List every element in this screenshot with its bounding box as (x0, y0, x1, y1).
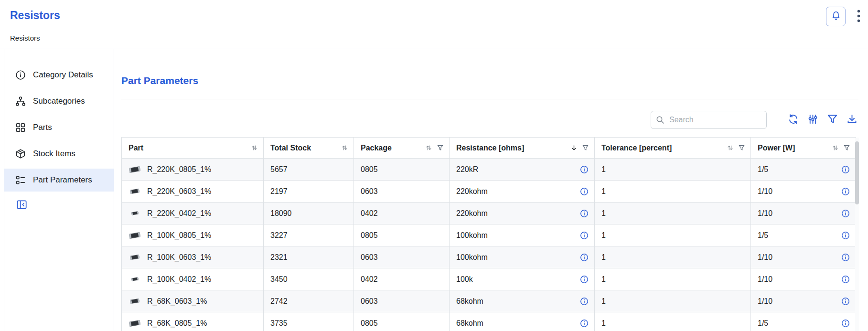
column-header-package[interactable]: Package (354, 138, 450, 159)
sidebar-item-stock-items[interactable]: Stock Items (4, 142, 114, 165)
page-title: Resistors (10, 10, 868, 21)
package-cell: 0603 (354, 290, 450, 312)
table-row[interactable]: R_220K_0402_1%180900402220kohm11/10 (122, 203, 856, 224)
refresh-button[interactable] (788, 114, 799, 126)
search-input[interactable] (651, 111, 767, 129)
sidebar-item-part-parameters[interactable]: Part Parameters (4, 169, 114, 192)
sidebar-item-parts[interactable]: Parts (4, 116, 114, 139)
column-filter-icon[interactable] (739, 145, 745, 151)
part-thumbnail (128, 210, 141, 216)
column-header-tolerance[interactable]: Tolerance [percent] (595, 138, 751, 159)
resistance-cell: 220kohm (450, 203, 595, 224)
table-row[interactable]: R_68K_0603_1%2742060368kohm11/10 (122, 290, 856, 312)
info-icon[interactable] (580, 231, 589, 240)
table-row[interactable]: R_100K_0805_1%32270805100kohm11/5 (122, 224, 856, 246)
column-header-power[interactable]: Power [W] (751, 138, 856, 159)
collapse-sidebar-button[interactable] (16, 199, 27, 212)
resistance-value: 100kohm (456, 253, 488, 262)
power-cell: 1/10 (751, 203, 856, 224)
column-label: Power [W] (758, 144, 832, 152)
part-cell[interactable]: R_68K_0603_1% (122, 290, 264, 312)
power-cell: 1/10 (751, 290, 856, 312)
download-icon (847, 114, 857, 126)
part-cell[interactable]: R_100K_0402_1% (122, 268, 264, 290)
part-cell[interactable]: R_220K_0402_1% (122, 203, 264, 224)
package-cell: 0805 (354, 159, 450, 181)
table-scrollbar[interactable] (855, 138, 859, 331)
sidebar-item-subcategories[interactable]: Subcategories (4, 90, 114, 113)
column-label: Package (361, 144, 426, 152)
content-panel: Part Parameters PartTotal StockPackageRe… (114, 49, 868, 331)
table-row[interactable]: R_220K_0805_1%56570805220kR11/5 (122, 159, 856, 181)
table-row[interactable]: R_220K_0603_1%21970603220kohm11/10 (122, 181, 856, 203)
info-icon[interactable] (580, 275, 589, 284)
power-cell: 1/10 (751, 268, 856, 290)
sort-icon[interactable] (342, 145, 348, 151)
scrollbar-thumb[interactable] (855, 141, 859, 204)
column-filter-icon[interactable] (437, 145, 443, 151)
resistance-cell: 220kR (450, 159, 595, 181)
info-icon[interactable] (841, 253, 850, 262)
download-button[interactable] (847, 114, 857, 126)
part-cell[interactable]: R_68K_0805_1% (122, 312, 264, 331)
info-icon[interactable] (841, 209, 850, 218)
notifications-button[interactable] (826, 7, 846, 26)
info-icon[interactable] (580, 253, 589, 262)
info-icon[interactable] (580, 165, 589, 174)
sidebar-item-label: Subcategories (33, 96, 85, 106)
sort-icon[interactable] (426, 145, 432, 151)
column-filter-icon[interactable] (582, 145, 589, 151)
package-cell: 0805 (354, 224, 450, 246)
resistance-cell: 100kohm (450, 246, 595, 268)
parameters-table: PartTotal StockPackageResistance [ohms]T… (121, 137, 856, 331)
column-filter-icon[interactable] (844, 145, 850, 151)
table-row[interactable]: R_100K_0603_1%23210603100kohm11/10 (122, 246, 856, 268)
info-icon[interactable] (841, 297, 850, 306)
sort-icon[interactable] (832, 145, 838, 151)
info-icon[interactable] (841, 187, 850, 196)
column-header-total-stock[interactable]: Total Stock (264, 138, 354, 159)
info-icon[interactable] (841, 165, 850, 174)
tolerance-cell: 1 (595, 246, 751, 268)
column-header-resistance[interactable]: Resistance [ohms] (450, 138, 595, 159)
sidebar-item-category-details[interactable]: Category Details (4, 64, 114, 86)
sort-icon[interactable] (251, 145, 257, 151)
part-name: R_220K_0603_1% (147, 187, 211, 196)
collapse-panel-icon (16, 199, 27, 212)
table-row[interactable]: R_68K_0805_1%3735080568kohm11/5 (122, 312, 856, 331)
part-cell[interactable]: R_220K_0805_1% (122, 159, 264, 181)
part-name: R_220K_0805_1% (147, 165, 211, 174)
info-icon[interactable] (580, 209, 589, 218)
info-icon[interactable] (580, 187, 589, 196)
part-thumbnail (128, 165, 141, 173)
kebab-menu-button[interactable] (856, 9, 861, 25)
resistance-cell: 68kohm (450, 312, 595, 331)
part-thumbnail (128, 254, 141, 261)
part-thumbnail (128, 298, 141, 305)
part-name: R_220K_0402_1% (147, 209, 211, 218)
filter-icon (827, 114, 838, 126)
tolerance-cell: 1 (595, 268, 751, 290)
part-cell[interactable]: R_100K_0603_1% (122, 246, 264, 268)
sort-desc-icon[interactable] (571, 145, 577, 151)
column-header-part[interactable]: Part (122, 138, 264, 159)
power-cell: 1/10 (751, 246, 856, 268)
info-icon[interactable] (580, 319, 589, 328)
info-icon[interactable] (841, 231, 850, 240)
table-row[interactable]: R_100K_0402_1%34500402100k11/10 (122, 268, 856, 290)
table-toolbar (121, 111, 857, 129)
category-details-icon (15, 70, 26, 80)
breadcrumb[interactable]: Resistors (10, 34, 868, 42)
resistance-cell: 68kohm (450, 290, 595, 312)
sort-icon[interactable] (727, 145, 733, 151)
part-name: R_100K_0805_1% (147, 231, 211, 240)
part-cell[interactable]: R_220K_0603_1% (122, 181, 264, 203)
filter-button[interactable] (827, 114, 838, 126)
info-icon[interactable] (580, 297, 589, 306)
column-settings-button[interactable] (807, 114, 818, 126)
info-icon[interactable] (841, 319, 850, 328)
info-icon[interactable] (841, 275, 850, 284)
stock-items-icon (15, 149, 26, 159)
part-cell[interactable]: R_100K_0805_1% (122, 224, 264, 246)
top-actions (826, 7, 861, 26)
